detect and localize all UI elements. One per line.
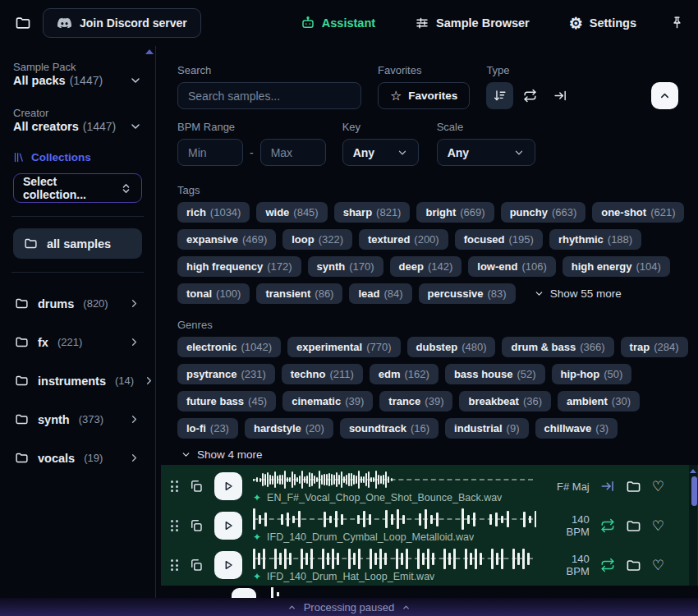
partial-waveform-bar xyxy=(277,592,279,596)
key-select[interactable]: Any xyxy=(342,139,419,166)
genre-chip[interactable]: lo-fi(23) xyxy=(177,418,238,439)
scale-select[interactable]: Any xyxy=(437,139,535,166)
list-scroll-up-arrow[interactable] xyxy=(690,469,696,473)
nav-sample-browser[interactable]: Sample Browser xyxy=(415,16,530,30)
sample-row[interactable]: ✦ IFD_140_Drum_Hat_Loop_Emit.wav 140BPM … xyxy=(161,545,698,585)
tag-chip[interactable]: rich(1034) xyxy=(177,202,250,223)
genre-chip[interactable]: bass house(52) xyxy=(445,364,545,384)
tag-chip[interactable]: bright(669) xyxy=(416,202,494,223)
tag-chip[interactable]: rhythmic(188) xyxy=(549,229,641,250)
tag-chip[interactable]: high frequency(172) xyxy=(177,256,301,277)
sample-row[interactable]: ✦ IFD_140_Drum_Cymbal_Loop_Metalloid.wav… xyxy=(161,506,698,545)
waveform[interactable] xyxy=(253,469,536,490)
search-input[interactable] xyxy=(177,82,361,109)
genre-chip[interactable]: hip-hop(50) xyxy=(552,364,632,384)
genre-chip[interactable]: edm(162) xyxy=(370,364,439,384)
genre-chip[interactable]: soundtrack(16) xyxy=(340,418,439,439)
folder-browse-button[interactable] xyxy=(15,15,31,31)
reveal-folder-button[interactable] xyxy=(626,558,641,573)
genre-chip[interactable]: drum & bass(366) xyxy=(502,337,613,357)
drag-handle-icon[interactable] xyxy=(171,480,178,492)
waveform[interactable] xyxy=(253,508,536,530)
sample-meta: 140BPM xyxy=(547,513,590,538)
sidebar-item-all-samples[interactable]: all samples xyxy=(13,228,142,259)
genre-chip[interactable]: cinematic(39) xyxy=(282,391,373,411)
play-button[interactable] xyxy=(214,551,242,579)
sidebar-folder-synth[interactable]: synth(373) xyxy=(13,400,142,439)
favorite-heart-button[interactable]: ♡ xyxy=(652,519,664,533)
waveform[interactable] xyxy=(253,548,536,569)
genre-chip[interactable]: future bass(45) xyxy=(177,391,276,411)
tag-chip[interactable]: deep(142) xyxy=(390,256,462,277)
tag-chip[interactable]: transient(86) xyxy=(256,283,342,304)
sample-pack-select[interactable]: All packs (1447) xyxy=(13,74,142,87)
pin-window-button[interactable] xyxy=(671,16,683,30)
genre-chip[interactable]: electronic(1042) xyxy=(177,337,281,357)
tag-chip[interactable]: percussive(83) xyxy=(419,283,516,304)
sidebar-folder-instruments[interactable]: instruments(14) xyxy=(13,361,142,400)
nav-settings[interactable]: ⚙ Settings xyxy=(569,16,636,31)
genres-show-more[interactable]: Show 4 more xyxy=(181,448,263,461)
sidebar-folder-drums[interactable]: drums(820) xyxy=(13,284,142,323)
genre-chip[interactable]: breakbeat(36) xyxy=(459,391,551,411)
tag-chip[interactable]: sharp(821) xyxy=(334,202,411,223)
genre-chip[interactable]: trap(284) xyxy=(621,337,688,357)
tag-chip[interactable]: focused(195) xyxy=(455,229,543,250)
chevron-right-icon xyxy=(128,297,140,310)
bpm-max-input[interactable] xyxy=(260,139,326,166)
partial-play-button[interactable] xyxy=(232,588,256,598)
sample-filename: EN_F#_Vocal_Chop_One_Shot_Bounce_Back.wa… xyxy=(267,492,502,503)
tag-chip[interactable]: loop(322) xyxy=(282,229,352,250)
genre-chip[interactable]: chillwave(3) xyxy=(535,418,618,439)
type-oneshot-button[interactable] xyxy=(547,82,574,109)
sample-row[interactable]: ✦ EN_F#_Vocal_Chop_One_Shot_Bounce_Back.… xyxy=(161,467,698,506)
tag-chip[interactable]: low-end(106) xyxy=(468,256,555,277)
processing-status-bar[interactable]: Processing paused xyxy=(0,598,698,616)
favorite-heart-button[interactable]: ♡ xyxy=(652,559,664,572)
collapse-filters-button[interactable] xyxy=(651,82,678,109)
type-loop-button[interactable] xyxy=(517,82,544,109)
skip-to-end-icon xyxy=(553,89,567,103)
genre-chip[interactable]: ambient(30) xyxy=(558,391,640,411)
drag-handle-icon[interactable] xyxy=(171,520,178,531)
genre-chip[interactable]: trance(39) xyxy=(379,391,452,411)
tag-chip[interactable]: tonal(100) xyxy=(177,283,250,304)
genre-chip[interactable]: industrial(9) xyxy=(445,418,528,439)
tag-chip[interactable]: punchy(663) xyxy=(501,202,586,223)
copy-sample-button[interactable] xyxy=(189,518,204,533)
sidebar-folder-vocals[interactable]: vocals(19) xyxy=(13,439,142,477)
genre-chip[interactable]: dubstep(480) xyxy=(407,337,496,357)
tag-chip[interactable]: wide(845) xyxy=(256,202,327,223)
list-scrollbar-thumb[interactable] xyxy=(691,476,697,506)
favorites-button[interactable]: ☆ Favorites xyxy=(378,82,470,109)
collection-select[interactable]: Select collection... xyxy=(13,173,142,203)
reveal-folder-button[interactable] xyxy=(626,479,641,494)
bpm-min-input[interactable] xyxy=(177,139,243,166)
join-discord-button[interactable]: Join Discord server xyxy=(43,8,201,38)
tag-chip[interactable]: expansive(469) xyxy=(177,229,276,250)
join-discord-label: Join Discord server xyxy=(80,16,187,30)
tag-chip[interactable]: lead(84) xyxy=(349,283,411,304)
tag-chip[interactable]: textured(200) xyxy=(359,229,448,250)
tag-chip[interactable]: synth(170) xyxy=(308,256,383,277)
nav-assistant[interactable]: Assistant xyxy=(301,16,375,30)
sidebar-folder-fx[interactable]: fx(221) xyxy=(13,323,142,361)
play-button[interactable] xyxy=(214,512,242,540)
sidebar-scroll-up-arrow[interactable] xyxy=(145,49,154,54)
type-sort-button[interactable] xyxy=(486,82,513,109)
reveal-folder-button[interactable] xyxy=(626,518,641,534)
genre-chip[interactable]: hardstyle(20) xyxy=(245,418,333,439)
genre-chip[interactable]: experimental(770) xyxy=(287,337,401,357)
creator-select[interactable]: All creators (1447) xyxy=(13,120,142,133)
genre-chip[interactable]: psytrance(231) xyxy=(177,364,275,384)
genre-chip[interactable]: techno(211) xyxy=(282,364,363,384)
tag-chip[interactable]: one-shot(621) xyxy=(592,202,684,223)
sample-filename: IFD_140_Drum_Hat_Loop_Emit.wav xyxy=(267,571,434,582)
tag-chip[interactable]: high energy(104) xyxy=(563,256,670,277)
drag-handle-icon[interactable] xyxy=(171,559,178,571)
play-button[interactable] xyxy=(214,472,242,500)
tag-show-more[interactable]: Show 55 more xyxy=(534,287,622,300)
copy-sample-button[interactable] xyxy=(189,558,204,572)
favorite-heart-button[interactable]: ♡ xyxy=(652,480,664,494)
copy-sample-button[interactable] xyxy=(189,479,204,494)
